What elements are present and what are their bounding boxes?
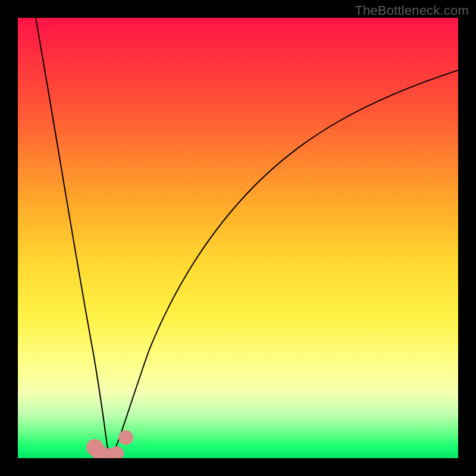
marker-dot bbox=[118, 430, 133, 445]
marker-layer bbox=[18, 18, 458, 458]
chart-frame: TheBottleneck.com bbox=[0, 0, 476, 476]
marker-dot bbox=[109, 446, 124, 458]
attribution-text: TheBottleneck.com bbox=[355, 3, 469, 18]
plot-area bbox=[18, 18, 458, 458]
